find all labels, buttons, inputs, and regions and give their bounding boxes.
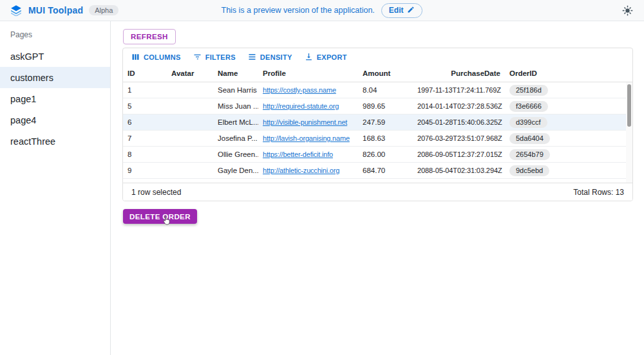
column-header-avatar[interactable]: Avatar (167, 69, 213, 77)
table-row[interactable]: 8 Ollie Green... https://better-deficit.… (123, 147, 632, 163)
cell-orderid: 9dc5ebd (505, 165, 632, 176)
column-header-amount[interactable]: Amount (358, 69, 413, 77)
table-row[interactable]: 6 Elbert McL... http://visible-punishmen… (123, 114, 632, 131)
sidebar-item-customers[interactable]: customers (0, 67, 110, 88)
sidebar: Pages askGPT customers page1 page4 react… (0, 21, 111, 355)
data-grid: COLUMNS FILTERS DENSITY (122, 48, 633, 201)
cell-orderid: 5da6404 (505, 133, 632, 144)
refresh-button[interactable]: REFRESH (123, 29, 176, 44)
cell-orderid: f3e6666 (505, 101, 632, 112)
table-row[interactable]: 5 Miss Juan ... http://required-statute.… (123, 98, 632, 114)
density-button-label: DENSITY (260, 53, 292, 61)
sidebar-item-askgpt[interactable]: askGPT (0, 46, 110, 67)
density-lines-icon (247, 52, 257, 63)
cell-orderid: 2654b79 (505, 149, 632, 160)
vertical-scrollbar-track (626, 82, 632, 183)
profile-link[interactable]: http://visible-punishment.net (263, 118, 347, 126)
delete-order-button[interactable]: DELETE ORDER (123, 209, 197, 224)
density-button[interactable]: DENSITY (243, 51, 296, 64)
cell-amount: 247.59 (358, 118, 413, 126)
cell-purchasedate: 2086-09-05T12:37:27.015Z (413, 150, 505, 158)
export-button-label: EXPORT (317, 53, 347, 61)
cell-id: 8 (123, 150, 167, 158)
column-header-orderid[interactable]: OrderID (505, 69, 632, 77)
edit-button-label: Edit (389, 6, 404, 15)
vertical-scrollbar-thumb[interactable] (627, 84, 631, 127)
columns-button[interactable]: COLUMNS (127, 51, 185, 64)
cell-id: 5 (123, 102, 167, 110)
order-id-chip: f3e6666 (509, 101, 548, 112)
cell-orderid: 25f186d (505, 85, 632, 96)
cell-name: Josefina P... (213, 134, 258, 142)
cell-amount: 989.65 (358, 102, 413, 110)
cell-name: Ollie Green... (213, 150, 258, 158)
view-columns-icon (131, 52, 140, 63)
grid-rows: 1 Sean Harris https://costly-pass.name 8… (123, 82, 632, 179)
cell-amount: 168.63 (358, 134, 413, 142)
filters-button[interactable]: FILTERS (189, 51, 240, 64)
order-id-chip: 9dc5ebd (509, 165, 549, 176)
edit-button[interactable]: Edit (381, 3, 423, 18)
preview-banner-text: This is a preview version of the applica… (222, 6, 375, 15)
order-id-chip: 25f186d (509, 85, 548, 96)
cell-profile: https://better-deficit.info (258, 150, 358, 158)
rows-selected-text: 1 row selected (131, 188, 181, 197)
column-header-purchasedate[interactable]: PurchaseDate (413, 69, 505, 77)
total-rows-text: Total Rows: 13 (573, 188, 624, 197)
order-id-chip: 5da6404 (509, 133, 550, 144)
profile-link[interactable]: https://better-deficit.info (263, 150, 333, 158)
cell-purchasedate: 1997-11-13T17:24:11.769Z (413, 86, 505, 94)
cell-name: Sean Harris (213, 86, 258, 94)
column-header-id[interactable]: ID (123, 69, 167, 77)
sidebar-item-label: page4 (10, 115, 36, 125)
column-header-name[interactable]: Name (213, 69, 258, 77)
table-row[interactable]: 1 Sean Harris https://costly-pass.name 8… (123, 82, 632, 98)
cell-amount: 8.04 (358, 86, 413, 94)
sidebar-item-page1[interactable]: page1 (0, 88, 110, 109)
cell-amount: 684.70 (358, 167, 413, 174)
cell-amount: 826.00 (358, 150, 413, 158)
profile-link[interactable]: http://required-statute.org (263, 102, 339, 110)
profile-link[interactable]: http://lavish-organising.name (263, 134, 350, 142)
profile-link[interactable]: https://costly-pass.name (263, 86, 336, 94)
cell-orderid: d399ccf (505, 117, 632, 128)
filters-button-label: FILTERS (205, 53, 236, 61)
cell-id: 9 (123, 167, 167, 174)
sidebar-item-label: customers (10, 73, 53, 83)
cell-purchasedate: 2014-01-14T02:37:28.536Z (413, 102, 505, 110)
pencil-icon (407, 6, 415, 15)
download-icon (304, 52, 314, 63)
cell-profile: http://required-statute.org (258, 102, 358, 110)
grid-header-row: ID Avatar Name Profile Amount PurchaseDa… (123, 65, 632, 82)
sidebar-item-reactthree[interactable]: reactThree (0, 131, 110, 152)
sidebar-section-label: Pages (0, 21, 110, 46)
sidebar-item-label: page1 (10, 94, 36, 104)
cell-name: Miss Juan ... (213, 102, 258, 110)
app-bar: MUI Toolpad Alpha This is a preview vers… (0, 0, 644, 21)
sidebar-item-label: reactThree (10, 136, 55, 147)
export-button[interactable]: EXPORT (300, 51, 351, 64)
profile-link[interactable]: http://athletic-zucchini.org (263, 167, 339, 174)
grid-footer: 1 row selected Total Rows: 13 (123, 183, 632, 201)
app-title: MUI Toolpad (28, 5, 83, 15)
table-row[interactable]: 7 Josefina P... http://lavish-organising… (123, 131, 632, 147)
cell-purchasedate: 2088-05-04T02:31:03.294Z (413, 167, 505, 174)
table-row[interactable]: 9 Gayle Den... http://athletic-zucchini.… (123, 163, 632, 179)
cell-id: 1 (123, 86, 167, 94)
cell-name: Gayle Den... (213, 167, 258, 174)
theme-toggle-sun-icon[interactable] (621, 4, 634, 17)
cell-id: 7 (123, 134, 167, 142)
filter-list-icon (193, 52, 202, 63)
sidebar-item-page4[interactable]: page4 (0, 109, 110, 131)
mui-toolpad-logo-icon (10, 5, 22, 16)
cell-profile: http://lavish-organising.name (258, 134, 358, 142)
cell-profile: https://costly-pass.name (258, 86, 358, 94)
grid-toolbar: COLUMNS FILTERS DENSITY (123, 48, 632, 65)
sidebar-item-label: askGPT (10, 51, 44, 62)
cell-name: Elbert McL... (213, 118, 258, 126)
column-header-profile[interactable]: Profile (258, 69, 358, 77)
main-content: REFRESH COLUMNS FILTERS (111, 21, 644, 355)
columns-button-label: COLUMNS (144, 53, 181, 61)
cell-id: 6 (123, 118, 167, 126)
cell-purchasedate: 2076-03-29T23:51:07.968Z (413, 134, 505, 142)
